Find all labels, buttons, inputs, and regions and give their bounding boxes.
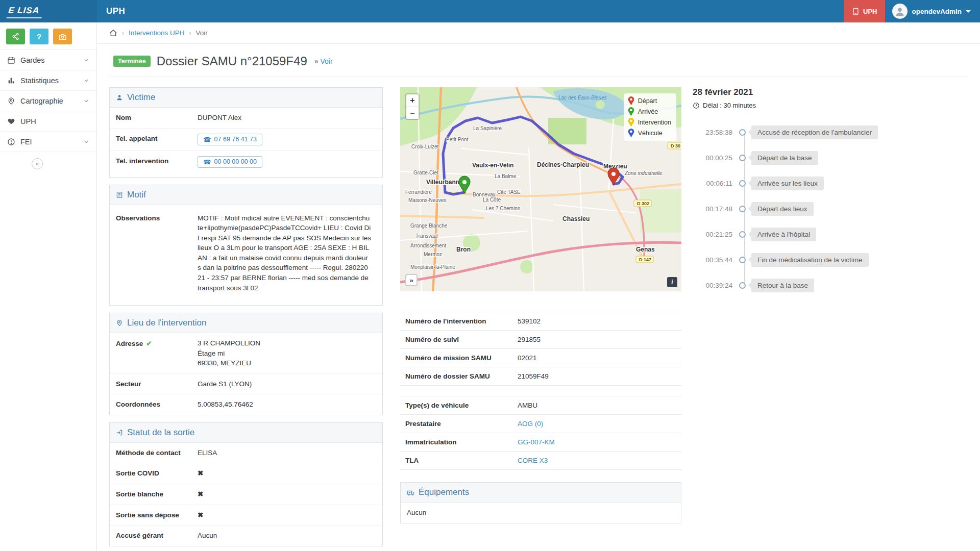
zoom-out-button[interactable]: − — [406, 107, 419, 119]
svg-text:D 30: D 30 — [671, 143, 680, 148]
tablet-icon — [852, 8, 860, 15]
map-marker-icon — [116, 319, 123, 327]
event-dot — [739, 180, 746, 187]
list-icon — [116, 191, 123, 198]
legend-item-arrivee: Arrivée — [628, 107, 671, 116]
field-label: Sortie COVID — [116, 468, 198, 477]
victim-panel: Victime Nom DUPONT Alex Tel. appelant ☎ … — [109, 87, 383, 178]
event-label: Fin de médicalisation de la victime — [751, 253, 869, 267]
map-label: Ferrandière — [405, 189, 432, 195]
field-label: Immatriculation — [405, 438, 518, 446]
home-icon[interactable] — [109, 29, 117, 37]
victim-intervention-row: Tel. intervention ☎ 00 00 00 00 00 — [110, 151, 382, 177]
field-label: Numéro de mission SAMU — [405, 354, 518, 362]
table-row: Immatriculation GG-007-KM — [400, 433, 681, 452]
timeline-event: 00:35:44 Fin de médicalisation de la vic… — [693, 247, 968, 272]
view-link[interactable]: » Voir — [314, 57, 333, 65]
map-attribution-button[interactable]: i — [667, 277, 677, 287]
help-button[interactable]: ? — [30, 29, 48, 44]
field-label: Type(s) de véhicule — [405, 402, 518, 409]
pin-icon — [628, 96, 634, 106]
map-label: Décines-Charpieu — [537, 161, 589, 168]
event-dot — [739, 231, 746, 238]
svg-text:D 302: D 302 — [637, 201, 649, 206]
map-label: Les 7 Chemins — [486, 206, 520, 211]
exit-status-row: Sortie COVID ✖ — [110, 463, 382, 484]
sidebar-item-cartographie[interactable]: Cartographie — [0, 91, 96, 111]
prestataire-link[interactable]: AOG (0) — [518, 420, 543, 428]
chevron-down-icon — [83, 139, 89, 145]
pin-icon — [628, 129, 634, 138]
uph-button-label: UPH — [863, 8, 877, 15]
exit-status-row: Méthode de contact ELISA — [110, 443, 382, 464]
timeline-event: 00:00:25 Départ de la base — [693, 145, 968, 170]
panel-title: Victime — [127, 92, 155, 103]
event-time: 00:00:25 — [693, 154, 732, 162]
timeline-event: 23:58:38 Accusé de réception de l'ambula… — [693, 119, 968, 145]
panel-title: Motif — [127, 190, 146, 200]
calendar-icon — [7, 56, 20, 64]
camera-button[interactable] — [53, 29, 72, 44]
field-label: Coordonnées — [116, 399, 198, 408]
map-label: Villeurbanne — [426, 179, 463, 186]
zoom-in-button[interactable]: + — [406, 94, 419, 107]
event-dot — [739, 155, 746, 161]
map-label: Gratte-Ciel — [413, 170, 438, 176]
caller-phone-button[interactable]: ☎ 07 69 76 41 73 — [198, 134, 262, 145]
legend-item-depart: Départ — [628, 96, 671, 106]
tla-link[interactable]: CORE X3 — [518, 457, 548, 464]
timeline-event: 00:21:25 Arrivée à l'hôpital — [693, 221, 968, 247]
sidebar-item-gardes[interactable]: Gardes — [0, 50, 96, 70]
sidebar-item-label: UPH — [20, 117, 36, 126]
map-label: Lac des Eaux-Bleues — [558, 95, 607, 101]
legend-item-vehicule: Véhicule — [628, 129, 671, 138]
intervention-phone-number: 00 00 00 00 00 — [214, 158, 257, 165]
map-label: Transvaal — [415, 233, 438, 239]
intervention-phone-button[interactable]: ☎ 00 00 00 00 00 — [198, 156, 262, 168]
field-value: AMBU — [518, 402, 537, 409]
brand-area[interactable]: E LISA — [0, 0, 97, 22]
map-label: Monplaisir-la-Plaine — [410, 264, 455, 270]
sidebar-item-label: Gardes — [20, 56, 45, 64]
share-button[interactable] — [6, 29, 25, 44]
map-label: Arrondissement — [410, 243, 446, 248]
breadcrumb-separator: › — [189, 30, 191, 37]
route-map[interactable]: Villeurbanne Vaulx-en-Velin Décines-Char… — [400, 87, 681, 291]
event-label: Arrivée sur les lieux — [751, 177, 824, 190]
app-name: UPH — [106, 6, 125, 16]
motive-panel: Motif Observations MOTIF : Motif mdical … — [109, 185, 383, 306]
arrival-marker — [459, 176, 470, 193]
map-expand-button[interactable]: » — [405, 274, 418, 286]
x-mark-icon: ✖ — [198, 510, 203, 520]
event-label: Retour à la base — [751, 279, 814, 292]
sidebar-item-fei[interactable]: FEI — [0, 132, 96, 152]
breadcrumb: › Interventions UPH › Voir — [97, 22, 980, 44]
event-time: 23:58:38 — [693, 129, 732, 136]
sidebar-item-statistiques[interactable]: Statistiques — [0, 70, 96, 91]
sidebar-item-label: Cartographie — [20, 97, 63, 105]
pin-icon — [628, 107, 634, 116]
sidebar-collapse-button[interactable]: « — [32, 158, 43, 169]
field-label: Numéro de dossier SAMU — [405, 372, 518, 380]
map-label: Cité TASE — [497, 189, 521, 195]
uph-module-button[interactable]: UPH — [844, 0, 885, 22]
sidebar-item-uph[interactable]: UPH — [0, 111, 96, 132]
field-label: Numéro de suivi — [405, 336, 518, 343]
map-label: Chassieu — [562, 215, 590, 222]
question-icon: ? — [37, 32, 41, 41]
event-dot — [739, 282, 746, 289]
user-menu[interactable]: opendevAdmin — [885, 0, 980, 22]
field-label: Méthode de contact — [116, 448, 198, 457]
immatriculation-link[interactable]: GG-007-KM — [518, 438, 555, 446]
caret-down-icon — [966, 10, 971, 13]
timeline: 28 février 2021 Délai : 30 minutes 23:58… — [693, 87, 968, 551]
svg-text:D 147: D 147 — [639, 257, 651, 262]
double-chevron-icon: » — [314, 57, 318, 65]
sector-row: Secteur Garde S1 (LYON) — [110, 374, 382, 395]
breadcrumb-link-interventions[interactable]: Interventions UPH — [129, 29, 185, 37]
exit-status-panel: Statut de la sortie Méthode de contact E… — [109, 422, 383, 546]
avatar — [892, 4, 908, 19]
table-row: TLA CORE X3 — [400, 452, 681, 470]
map-label: Croix-Luizet — [411, 144, 439, 149]
field-label: TLA — [405, 457, 518, 464]
